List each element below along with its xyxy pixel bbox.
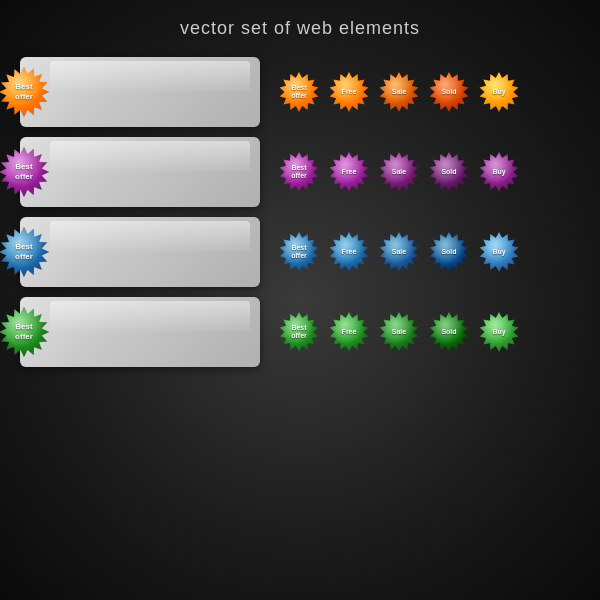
badge-orange-0[interactable]: Best offer <box>278 71 320 113</box>
banner-badge-purple: Best offer <box>0 146 50 198</box>
badges-row-blue: Best offerFreeSaleSoldBuy <box>278 231 520 273</box>
small-badge-text-green-2: Sale <box>392 328 406 336</box>
small-badge-text-blue-0: Best offer <box>291 244 307 261</box>
row-purple: Best offerBest offerFreeSaleSoldBuy <box>20 137 580 207</box>
small-badge-text-purple-0: Best offer <box>291 164 307 181</box>
badge-purple-4[interactable]: Buy <box>478 151 520 193</box>
badge-green-4[interactable]: Buy <box>478 311 520 353</box>
badge-green-3[interactable]: Sold <box>428 311 470 353</box>
small-badge-text-blue-2: Sale <box>392 248 406 256</box>
banner-purple: Best offer <box>20 137 260 207</box>
banner-badge-orange: Best offer <box>0 66 50 118</box>
badge-blue-1[interactable]: Free <box>328 231 370 273</box>
banner-green: Best offer <box>20 297 260 367</box>
page-title: vector set of web elements <box>180 18 420 39</box>
banner-blue: Best offer <box>20 217 260 287</box>
small-badge-text-purple-4: Buy <box>492 168 505 176</box>
row-green: Best offerBest offerFreeSaleSoldBuy <box>20 297 580 367</box>
badges-row-green: Best offerFreeSaleSoldBuy <box>278 311 520 353</box>
badge-blue-4[interactable]: Buy <box>478 231 520 273</box>
badge-orange-3[interactable]: Sold <box>428 71 470 113</box>
badge-blue-2[interactable]: Sale <box>378 231 420 273</box>
banner-orange: Best offer <box>20 57 260 127</box>
small-badge-text-purple-2: Sale <box>392 168 406 176</box>
badge-blue-3[interactable]: Sold <box>428 231 470 273</box>
badge-orange-4[interactable]: Buy <box>478 71 520 113</box>
badge-green-2[interactable]: Sale <box>378 311 420 353</box>
small-badge-text-blue-1: Free <box>342 248 357 256</box>
badge-purple-1[interactable]: Free <box>328 151 370 193</box>
row-orange: Best offerBest offerFreeSaleSoldBuy <box>20 57 580 127</box>
small-badge-text-green-3: Sold <box>441 328 456 336</box>
small-badge-text-orange-0: Best offer <box>291 84 307 101</box>
rows-container: Best offerBest offerFreeSaleSoldBuyBest … <box>20 57 580 367</box>
banner-badge-blue: Best offer <box>0 226 50 278</box>
small-badge-text-orange-1: Free <box>342 88 357 96</box>
badge-green-0[interactable]: Best offer <box>278 311 320 353</box>
small-badge-text-blue-3: Sold <box>441 248 456 256</box>
small-badge-text-green-4: Buy <box>492 328 505 336</box>
badge-green-1[interactable]: Free <box>328 311 370 353</box>
badges-row-orange: Best offerFreeSaleSoldBuy <box>278 71 520 113</box>
badge-orange-2[interactable]: Sale <box>378 71 420 113</box>
badges-row-purple: Best offerFreeSaleSoldBuy <box>278 151 520 193</box>
small-badge-text-purple-1: Free <box>342 168 357 176</box>
small-badge-text-orange-4: Buy <box>492 88 505 96</box>
small-badge-text-green-1: Free <box>342 328 357 336</box>
banner-badge-green: Best offer <box>0 306 50 358</box>
small-badge-text-orange-2: Sale <box>392 88 406 96</box>
small-badge-text-purple-3: Sold <box>441 168 456 176</box>
small-badge-text-green-0: Best offer <box>291 324 307 341</box>
badge-purple-2[interactable]: Sale <box>378 151 420 193</box>
badge-orange-1[interactable]: Free <box>328 71 370 113</box>
small-badge-text-blue-4: Buy <box>492 248 505 256</box>
small-badge-text-orange-3: Sold <box>441 88 456 96</box>
badge-purple-3[interactable]: Sold <box>428 151 470 193</box>
badge-purple-0[interactable]: Best offer <box>278 151 320 193</box>
badge-blue-0[interactable]: Best offer <box>278 231 320 273</box>
row-blue: Best offerBest offerFreeSaleSoldBuy <box>20 217 580 287</box>
